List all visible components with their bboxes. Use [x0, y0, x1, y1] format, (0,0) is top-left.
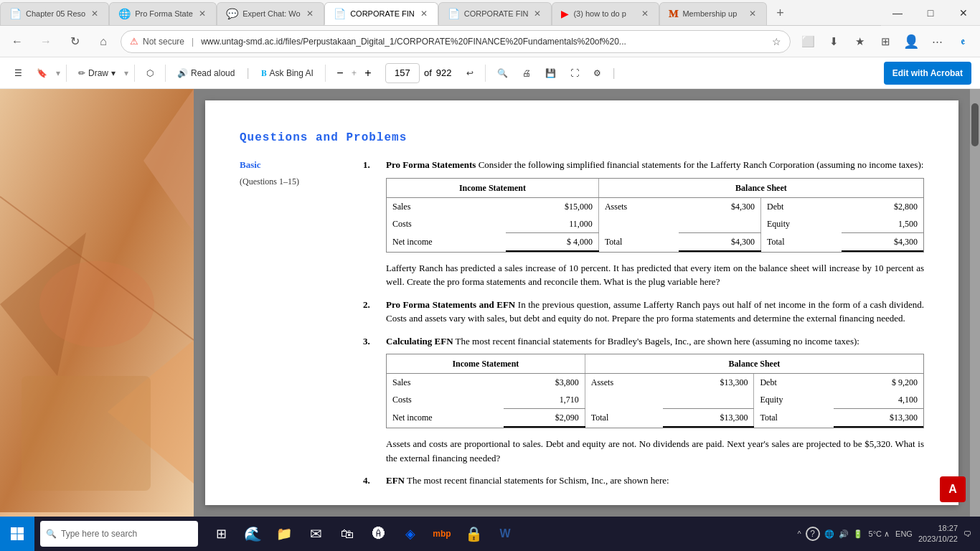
q2-title: Pro Forma Statements and EFN [386, 299, 515, 310]
t2-equity: Equity [754, 391, 834, 409]
ask-bing-button[interactable]: 𝐁 Ask Bing AI [255, 62, 319, 85]
draw-icon: ✏ [78, 68, 85, 78]
pdf-scrollbar[interactable] [970, 89, 980, 517]
network-icon[interactable]: 🌐 [824, 529, 834, 539]
zoom-out-button[interactable]: − [331, 65, 349, 82]
edge-button[interactable]: 𝔢 [951, 30, 974, 53]
t2-debt-val: $ 9,200 [834, 374, 923, 392]
balance-sheet-header: Balance Sheet [598, 179, 923, 198]
tab-icon-3: 💬 [226, 8, 238, 19]
edge-taskbar-button[interactable]: 🌊 [238, 519, 267, 548]
start-button[interactable] [0, 517, 34, 551]
t2-empty2 [663, 391, 754, 409]
read-aloud-button[interactable]: 🔊 Read aloud [171, 62, 240, 85]
forward-button[interactable]: → [34, 30, 57, 53]
download-button[interactable]: ⬇ [822, 30, 845, 53]
tab-icon-6: ▶ [561, 8, 569, 19]
extensions-button[interactable]: ⬜ [796, 30, 819, 53]
svg-point-5 [39, 261, 154, 347]
tab-close-3[interactable]: ✕ [305, 7, 315, 20]
amazon-taskbar-button[interactable]: 🅐 [364, 519, 393, 548]
tab-close-2[interactable]: ✕ [197, 7, 207, 20]
cell-empty2 [679, 215, 761, 233]
tab-close-6[interactable]: ✕ [640, 7, 650, 20]
taskview-button[interactable]: ⊞ [207, 519, 235, 548]
search-button[interactable]: 🔍 [491, 62, 514, 85]
vpn-taskbar-button[interactable]: 🔒 [459, 519, 488, 548]
tab-membership[interactable]: 𝐌 Membership up ✕ [659, 2, 767, 25]
highlight-button[interactable]: ⬡ [141, 62, 159, 85]
star-icon[interactable]: ☆ [772, 36, 781, 47]
refresh-button[interactable]: ↻ [63, 30, 86, 53]
tab-corporate-fin2[interactable]: 📄 CORPORATE FIN ✕ [438, 2, 552, 25]
store-taskbar-button[interactable]: 🛍 [333, 519, 362, 548]
q4-text: The most recent financial statements for… [407, 475, 669, 486]
browser-window: 📄 Chapter 05 Reso ✕ 🌐 Pro Forma State ✕ … [0, 0, 980, 517]
favorites-button[interactable]: ★ [848, 30, 871, 53]
battery-icon[interactable]: 🔋 [853, 529, 863, 539]
tab-expertchat[interactable]: 💬 Expert Chat: Wo ✕ [217, 2, 324, 25]
notification-button[interactable]: 🗨 [963, 529, 971, 538]
print-button[interactable]: 🖨 [517, 62, 537, 85]
page-total: 922 [436, 67, 452, 78]
new-tab-button[interactable]: + [767, 2, 793, 25]
tab-close-1[interactable]: ✕ [90, 7, 100, 20]
tab-close-7[interactable]: ✕ [748, 7, 758, 20]
word-taskbar-button[interactable]: W [491, 519, 519, 548]
edit-acrobat-button[interactable]: Edit with Acrobat [884, 62, 971, 85]
t2-sales: Sales [387, 374, 504, 392]
back-button[interactable]: ← [6, 30, 29, 53]
toolbar-separator-5 [485, 65, 486, 82]
t2-netinc: Net income [387, 409, 504, 428]
window-controls: — □ ✕ [881, 0, 980, 26]
t2-debt: Debt [754, 374, 834, 392]
separator: | [192, 37, 194, 47]
cell-total1-val: $4,300 [679, 232, 761, 251]
page-number-input[interactable] [385, 63, 420, 83]
taskbar-search-box[interactable]: 🔍 Type here to search [40, 521, 198, 547]
tab-close-4[interactable]: ✕ [419, 7, 429, 20]
tab-howto[interactable]: ▶ (3) how to do p ✕ [552, 2, 659, 25]
system-tray-show[interactable]: ^ [797, 529, 801, 538]
profile-button[interactable]: 👤 [900, 30, 923, 53]
tab-chapter05[interactable]: 📄 Chapter 05 Reso ✕ [0, 2, 109, 25]
explorer-taskbar-button[interactable]: 📁 [270, 519, 298, 548]
url-bar[interactable]: ⚠ Not secure | www.untag-smd.ac.id/files… [121, 30, 791, 53]
time-display: 18:27 [918, 523, 958, 534]
speaker-taskbar-icon[interactable]: 🔊 [839, 529, 849, 539]
mbp-taskbar-button[interactable]: mbp [428, 519, 456, 548]
draw-dropdown-icon: ▾ [111, 68, 116, 78]
svg-rect-4 [22, 376, 151, 491]
sidebar-toggle-button[interactable]: ☰ [9, 62, 28, 85]
bookmark-button[interactable]: 🔖 [31, 62, 53, 85]
minimize-button[interactable]: — [881, 0, 914, 26]
dropbox-taskbar-button[interactable]: ◈ [396, 519, 425, 548]
maximize-button[interactable]: □ [914, 0, 947, 26]
acrobat-icon[interactable]: A [940, 476, 966, 502]
svg-rect-8 [18, 527, 24, 534]
zoom-in-button[interactable]: + [359, 65, 377, 82]
tab-corporate-fin-active[interactable]: 📄 CORPORATE FIN ✕ [324, 2, 438, 25]
fullscreen-button[interactable]: ⛶ [565, 62, 585, 85]
tab-proforma[interactable]: 🌐 Pro Forma State ✕ [109, 2, 217, 25]
q4-number: 4. [363, 474, 377, 488]
cell-sales: Sales [387, 197, 506, 215]
question-4: 4. EFN The most recent financial stateme… [363, 474, 924, 488]
mail-taskbar-button[interactable]: ✉ [301, 519, 330, 548]
draw-button[interactable]: ✏ Draw ▾ [72, 62, 121, 85]
rotate-button[interactable]: ↩ [461, 62, 479, 85]
close-button[interactable]: ✕ [947, 0, 980, 26]
decorative-image [0, 89, 194, 512]
t2-total1: Total [585, 409, 663, 428]
home-button[interactable]: ⌂ [92, 30, 115, 53]
save-button[interactable]: 💾 [540, 62, 562, 85]
settings-button[interactable]: ⋯ [925, 30, 948, 53]
tab-close-5[interactable]: ✕ [532, 7, 542, 20]
help-button[interactable]: ? [806, 527, 820, 541]
settings-pdf-button[interactable]: ⚙ [588, 62, 607, 85]
scrollbar-thumb[interactable] [971, 103, 979, 146]
collections-button[interactable]: ⊞ [874, 30, 897, 53]
taskbar-clock[interactable]: 18:27 2023/10/22 [918, 523, 958, 545]
table1-row-3: Net income $ 4,000 Total $4,300 Total $4… [387, 232, 923, 251]
taskbar-icons: ⊞ 🌊 📁 ✉ 🛍 🅐 ◈ mbp 🔒 W [207, 519, 519, 548]
